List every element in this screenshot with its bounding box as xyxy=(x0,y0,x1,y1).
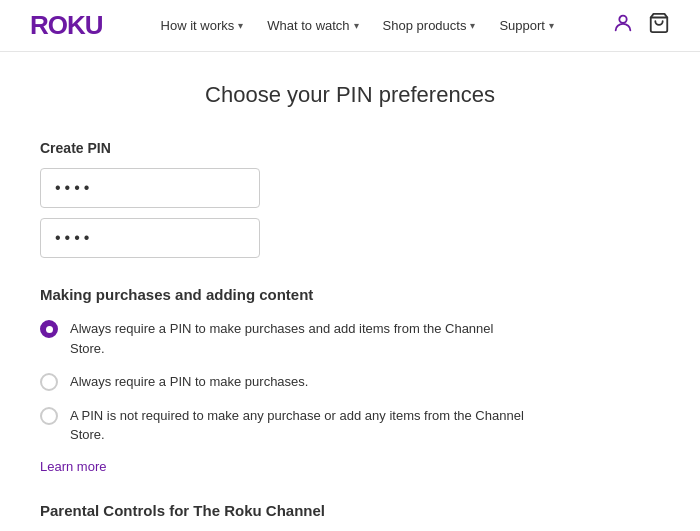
parental-section: Parental Controls for The Roku Channel O… xyxy=(40,502,660,532)
chevron-down-icon: ▾ xyxy=(470,20,475,31)
svg-point-0 xyxy=(619,16,626,23)
radio-text-always-purchases: Always require a PIN to make purchases. xyxy=(70,372,308,392)
main-nav: How it works ▾ What to watch ▾ Shop prod… xyxy=(161,18,554,33)
header-icons xyxy=(612,12,670,39)
main-content: Choose your PIN preferences Create PIN M… xyxy=(0,52,700,531)
radio-text-always-all: Always require a PIN to make purchases a… xyxy=(70,319,530,358)
radio-always-purchases[interactable]: Always require a PIN to make purchases. xyxy=(40,372,660,392)
create-pin-label: Create PIN xyxy=(40,140,660,156)
radio-always-all[interactable]: Always require a PIN to make purchases a… xyxy=(40,319,660,358)
chevron-down-icon: ▾ xyxy=(354,20,359,31)
radio-circle-always-purchases xyxy=(40,373,58,391)
logo[interactable]: ROKU xyxy=(30,10,103,41)
nav-shop-products[interactable]: Shop products ▾ xyxy=(383,18,476,33)
radio-circle-always-all xyxy=(40,320,58,338)
pin-input-2[interactable] xyxy=(40,218,260,258)
account-icon[interactable] xyxy=(612,12,634,39)
purchases-section: Making purchases and adding content Alwa… xyxy=(40,286,660,474)
cart-icon[interactable] xyxy=(648,12,670,39)
chevron-down-icon: ▾ xyxy=(238,20,243,31)
pin-input-1[interactable] xyxy=(40,168,260,208)
radio-circle-never xyxy=(40,407,58,425)
learn-more-link[interactable]: Learn more xyxy=(40,459,106,474)
site-header: ROKU How it works ▾ What to watch ▾ Shop… xyxy=(0,0,700,52)
nav-support[interactable]: Support ▾ xyxy=(499,18,554,33)
chevron-down-icon: ▾ xyxy=(549,20,554,31)
nav-how-it-works[interactable]: How it works ▾ xyxy=(161,18,244,33)
page-title: Choose your PIN preferences xyxy=(40,82,660,108)
radio-never[interactable]: A PIN is not required to make any purcha… xyxy=(40,406,660,445)
radio-text-never: A PIN is not required to make any purcha… xyxy=(70,406,530,445)
purchases-radio-group: Always require a PIN to make purchases a… xyxy=(40,319,660,445)
logo-text: ROKU xyxy=(30,10,103,41)
parental-section-title: Parental Controls for The Roku Channel xyxy=(40,502,660,519)
purchases-section-title: Making purchases and adding content xyxy=(40,286,660,303)
create-pin-section: Create PIN xyxy=(40,140,660,258)
nav-what-to-watch[interactable]: What to watch ▾ xyxy=(267,18,358,33)
